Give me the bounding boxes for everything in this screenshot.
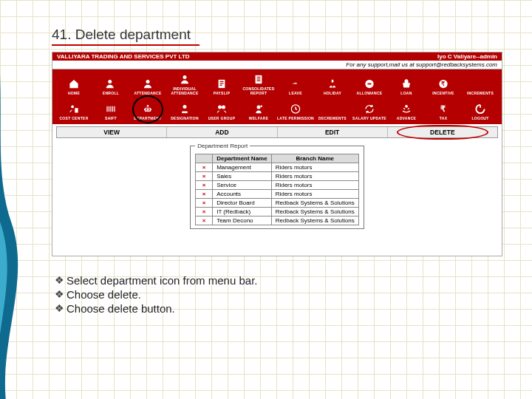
menu-label: USER GROUP <box>208 116 236 120</box>
list-item: ❖Choose delete. <box>52 288 502 301</box>
menu-label: TAX <box>440 116 448 120</box>
svg-point-2 <box>183 75 187 79</box>
table-cell: Director Board <box>213 199 271 208</box>
menu-label: LEAVE <box>289 91 302 95</box>
menu-item-tax[interactable]: ₹TAX <box>425 97 462 122</box>
menu-label: ALLOWANCE <box>357 91 383 95</box>
app-title: VALLIYARA TRADING AND SERVICES PVT LTD <box>57 53 190 60</box>
menu-item-decrements[interactable]: DECREMENTS <box>314 97 351 122</box>
delete-row-button[interactable]: × <box>196 199 213 208</box>
list-item: ❖Select department icon from menu bar. <box>52 274 502 287</box>
report-legend: Department Report <box>195 143 250 149</box>
bullet-text: Choose delete button. <box>66 302 175 315</box>
table-row: ×ServiceRiders motors <box>196 181 359 190</box>
menu-label: INDIVIDUAL ATTENDANCE <box>166 86 203 95</box>
menu-item-holiday[interactable]: HOLIDAY <box>314 72 351 97</box>
menu-label: INCENTIVE <box>432 91 454 95</box>
menu-item-late-permission[interactable]: LATE PERMISSION <box>277 97 314 122</box>
menu-item-user-group[interactable]: USER GROUP <box>203 97 240 122</box>
menu-label: DESIGNATION <box>171 116 199 120</box>
app-screenshot: VALLIYARA TRADING AND SERVICES PVT LTD I… <box>52 52 502 256</box>
delete-row-button[interactable]: × <box>196 163 213 172</box>
table-cell: IT (Redback) <box>213 208 271 216</box>
svg-point-9 <box>71 106 74 109</box>
menu-item-payslip[interactable]: PAYSLIP <box>203 72 240 97</box>
table-cell: Riders motors <box>271 163 358 172</box>
svg-point-0 <box>108 80 112 83</box>
svg-point-16 <box>222 106 225 109</box>
tab-view[interactable]: VIEW <box>57 127 167 137</box>
svg-point-17 <box>257 106 261 109</box>
menu-item-shift[interactable]: SHIFT <box>92 97 129 122</box>
bullet-text: Select department icon from menu bar. <box>66 274 257 287</box>
app-titlebar: VALLIYARA TRADING AND SERVICES PVT LTD I… <box>52 52 502 61</box>
bullet-icon: ❖ <box>52 302 66 314</box>
menu-label: WELFARE <box>249 116 269 120</box>
menu-item-designation[interactable]: DESIGNATION <box>166 97 203 122</box>
app-user: Iyo C Valiyare--admin <box>437 53 497 60</box>
table-cell: Riders motors <box>271 172 358 181</box>
report-header <box>196 154 213 163</box>
menu-item-logout[interactable]: LOGOUT <box>462 97 499 122</box>
list-item: ❖Choose delete button. <box>52 302 502 315</box>
table-cell: Sales <box>213 172 271 181</box>
tab-delete[interactable]: DELETE <box>388 127 497 137</box>
menu-item-welfare[interactable]: WELFARE <box>240 97 277 122</box>
svg-rect-5 <box>332 80 334 83</box>
slide-heading: 41. Delete department <box>52 27 200 46</box>
menu-bar: HOMEENROLLATTENDANCEINDIVIDUAL ATTENDANC… <box>52 69 502 124</box>
menu-item-consolidated-report[interactable]: CONSOLIDATED REPORT <box>240 72 277 97</box>
svg-point-11 <box>144 109 146 111</box>
menu-item-salary-update[interactable]: SALARY UPDATE <box>351 97 388 122</box>
svg-point-12 <box>147 109 149 111</box>
menu-item-department[interactable]: DEPARTMENT <box>129 97 166 122</box>
tab-add[interactable]: ADD <box>167 127 277 137</box>
svg-point-15 <box>218 106 222 109</box>
delete-row-button[interactable]: × <box>196 172 213 181</box>
menu-label: ADVANCE <box>397 116 416 120</box>
table-cell: Redback Systems & Solutions <box>271 216 358 225</box>
instruction-list: ❖Select department icon from menu bar.❖C… <box>52 274 502 315</box>
tab-edit[interactable]: EDIT <box>278 127 388 137</box>
menu-label: LOAN <box>400 91 412 95</box>
table-row: ×IT (Redback)Redback Systems & Solutions <box>196 208 359 216</box>
menu-item-leave[interactable]: LEAVE <box>277 72 314 97</box>
delete-row-button[interactable]: × <box>196 208 213 216</box>
menu-item-loan[interactable]: LOAN <box>388 72 425 97</box>
menu-item-incentive[interactable]: ₹INCENTIVE <box>425 72 462 97</box>
menu-item-cost-center[interactable]: COST CENTER <box>55 97 92 122</box>
table-row: ×Team DeconoRedback Systems & Solutions <box>196 216 359 225</box>
menu-item-attendance[interactable]: ATTENDANCE <box>129 72 166 97</box>
menu-label: PAYSLIP <box>214 91 231 95</box>
menu-item-enroll[interactable]: ENROLL <box>92 72 129 97</box>
svg-point-10 <box>147 105 149 107</box>
menu-label: LOGOUT <box>471 116 488 120</box>
menu-label: DEPARTMENT <box>134 116 161 120</box>
menu-item-increments[interactable]: INCREMENTS <box>462 72 499 97</box>
menu-item-home[interactable]: HOME <box>55 72 92 97</box>
menu-item-allowance[interactable]: ALLOWANCE <box>351 72 388 97</box>
table-cell: Redback Systems & Solutions <box>271 199 358 208</box>
table-cell: Riders motors <box>271 181 358 190</box>
menu-label: DECREMENTS <box>318 116 347 120</box>
delete-row-button[interactable]: × <box>196 216 213 225</box>
svg-point-1 <box>146 80 150 83</box>
svg-point-20 <box>405 105 408 108</box>
menu-label: HOLIDAY <box>324 91 341 95</box>
bullet-text: Choose delete. <box>66 288 141 301</box>
bullet-icon: ❖ <box>52 274 66 286</box>
report-table: Department NameBranch Name×ManagementRid… <box>195 154 359 225</box>
menu-item-individual-attendance[interactable]: INDIVIDUAL ATTENDANCE <box>166 72 203 97</box>
support-line: For any support,mail us at support@redba… <box>52 61 502 69</box>
menu-item-advance[interactable]: ADVANCE <box>388 97 425 122</box>
svg-point-18 <box>261 106 263 108</box>
delete-row-button[interactable]: × <box>196 181 213 190</box>
svg-text:₹: ₹ <box>441 81 445 87</box>
decorative-wave <box>0 0 52 399</box>
svg-text:₹: ₹ <box>440 104 446 113</box>
menu-label: COST CENTER <box>59 116 88 120</box>
svg-point-13 <box>150 109 152 111</box>
department-report: Department Report Department NameBranch … <box>190 143 364 229</box>
svg-point-14 <box>183 105 187 109</box>
delete-row-button[interactable]: × <box>196 190 213 199</box>
